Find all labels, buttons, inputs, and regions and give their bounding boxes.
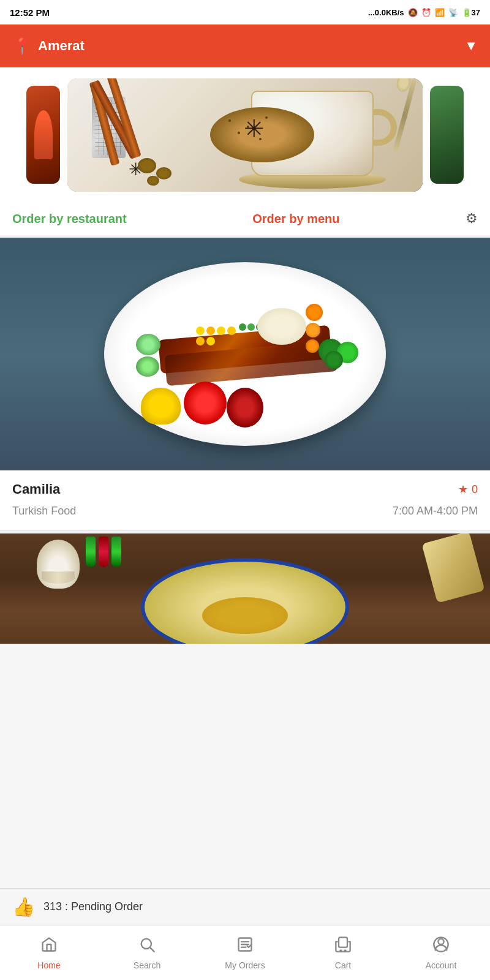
restaurant-name-row: Camilia ★ 0 bbox=[12, 481, 478, 497]
mute-icon: 🔕 bbox=[408, 8, 418, 17]
order-by-restaurant[interactable]: Order by restaurant bbox=[12, 212, 127, 226]
spice-dot bbox=[238, 132, 240, 134]
restaurant-info: Camilia ★ 0 Turkish Food 7:00 AM-4:00 PM bbox=[0, 470, 490, 530]
nav-my-orders[interactable]: My Orders bbox=[196, 925, 294, 980]
banner-track: ✳ ✳ bbox=[26, 78, 464, 192]
restaurant-hours: 7:00 AM-4:00 PM bbox=[393, 505, 478, 518]
battery-icon: 🔋37 bbox=[462, 8, 480, 17]
restaurant-name: Camilia bbox=[12, 481, 60, 497]
cup-body: ✳ bbox=[251, 91, 374, 176]
cart-icon bbox=[334, 936, 352, 957]
restaurant-cuisine: Turkish Food bbox=[12, 505, 76, 518]
svg-point-7 bbox=[340, 950, 341, 951]
wifi-icon: 📡 bbox=[448, 8, 458, 17]
banner-image: ✳ ✳ bbox=[67, 78, 423, 192]
bottom-navigation: Home Search My Orders bbox=[0, 925, 490, 980]
order-by-section: Order by restaurant Order by menu ⚙ bbox=[0, 202, 490, 235]
rating-value: 0 bbox=[472, 483, 478, 496]
filter-icon[interactable]: ⚙ bbox=[466, 211, 478, 227]
nav-account-label: Account bbox=[426, 960, 457, 970]
nav-account[interactable]: Account bbox=[392, 925, 490, 980]
nutmeg-3 bbox=[147, 176, 159, 186]
home-icon bbox=[40, 936, 58, 957]
nav-search-label: Search bbox=[134, 960, 160, 970]
app-header: 📍 Amerat ▼ bbox=[0, 24, 490, 67]
nav-search[interactable]: Search bbox=[98, 925, 196, 980]
location-name: Amerat bbox=[38, 38, 85, 54]
nav-cart[interactable]: Cart bbox=[294, 925, 392, 980]
status-time: 12:52 PM bbox=[10, 7, 50, 18]
star-icon: ★ bbox=[458, 483, 468, 496]
spice-dot bbox=[228, 119, 231, 122]
green-pepper-2 bbox=[111, 537, 121, 567]
svg-rect-6 bbox=[339, 937, 347, 947]
restaurant-food-image bbox=[0, 238, 490, 470]
pending-order-bar[interactable]: 👍 313 : Pending Order bbox=[0, 888, 490, 925]
alarm-icon: ⏰ bbox=[421, 8, 431, 17]
green-pepper bbox=[86, 537, 96, 567]
banner-card-left[interactable] bbox=[26, 86, 60, 184]
signal-icon: 📶 bbox=[435, 8, 445, 17]
my-orders-icon bbox=[236, 936, 254, 957]
search-icon bbox=[138, 936, 156, 957]
network-indicator: ...0.0KB/s bbox=[368, 8, 404, 17]
status-icons: ...0.0KB/s 🔕 ⏰ 📶 📡 🔋37 bbox=[368, 8, 480, 17]
dropdown-chevron-icon[interactable]: ▼ bbox=[464, 38, 478, 54]
tea-surface: ✳ bbox=[210, 107, 314, 162]
banner-carousel: ✳ ✳ bbox=[0, 67, 490, 202]
restaurant-details-row: Turkish Food 7:00 AM-4:00 PM bbox=[12, 505, 478, 518]
svg-point-8 bbox=[344, 950, 345, 951]
peppers bbox=[86, 537, 121, 567]
location-pin-icon: 📍 bbox=[12, 37, 32, 56]
order-by-menu[interactable]: Order by menu bbox=[252, 212, 339, 226]
second-food-image bbox=[0, 533, 490, 644]
account-icon bbox=[432, 936, 450, 957]
nutmeg-1 bbox=[138, 158, 156, 173]
spice-dot bbox=[265, 116, 268, 119]
status-bar: 12:52 PM ...0.0KB/s 🔕 ⏰ 📶 📡 🔋37 bbox=[0, 0, 490, 24]
olive-oil-pool bbox=[202, 597, 288, 634]
nutmeg-2 bbox=[156, 167, 172, 179]
pending-order-icon: 👍 bbox=[12, 896, 35, 918]
svg-line-1 bbox=[150, 948, 154, 951]
nav-my-orders-label: My Orders bbox=[225, 960, 265, 970]
banner-card-right[interactable] bbox=[430, 86, 464, 184]
svg-point-9 bbox=[438, 938, 443, 944]
restaurant-rating: ★ 0 bbox=[458, 483, 478, 496]
garlic-decoration bbox=[37, 540, 80, 589]
nav-home[interactable]: Home bbox=[0, 925, 98, 980]
nav-home-label: Home bbox=[37, 960, 60, 970]
pending-order-text: 313 : Pending Order bbox=[43, 900, 143, 913]
food-plate bbox=[92, 253, 398, 455]
restaurant-card-camilia[interactable]: Camilia ★ 0 Turkish Food 7:00 AM-4:00 PM bbox=[0, 238, 490, 530]
red-pepper bbox=[99, 537, 108, 567]
location-selector[interactable]: 📍 Amerat bbox=[12, 37, 85, 56]
banner-card-main[interactable]: ✳ ✳ bbox=[67, 78, 423, 192]
restaurant-card-second[interactable] bbox=[0, 533, 490, 644]
nav-cart-label: Cart bbox=[335, 960, 351, 970]
